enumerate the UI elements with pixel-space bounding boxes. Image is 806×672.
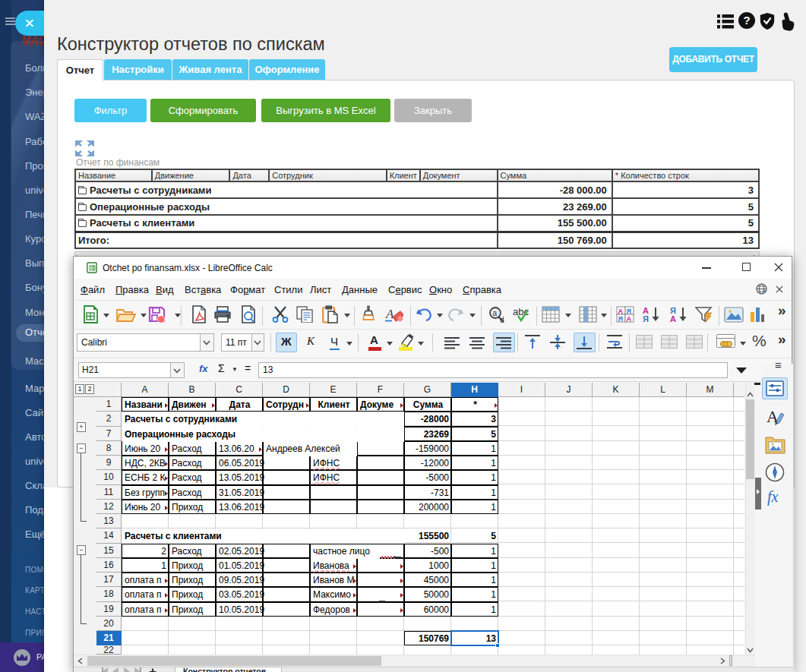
svg-text:d: d	[500, 316, 504, 323]
svg-text:A: A	[385, 307, 394, 321]
svg-text:Я: Я	[618, 315, 623, 323]
svg-text:А: А	[627, 315, 632, 323]
svg-text:Я: Я	[627, 308, 631, 315]
svg-text:А: А	[618, 308, 624, 315]
svg-text:А: А	[670, 314, 676, 323]
svg-text:a: a	[493, 309, 498, 317]
svg-text:Я: Я	[643, 314, 649, 323]
